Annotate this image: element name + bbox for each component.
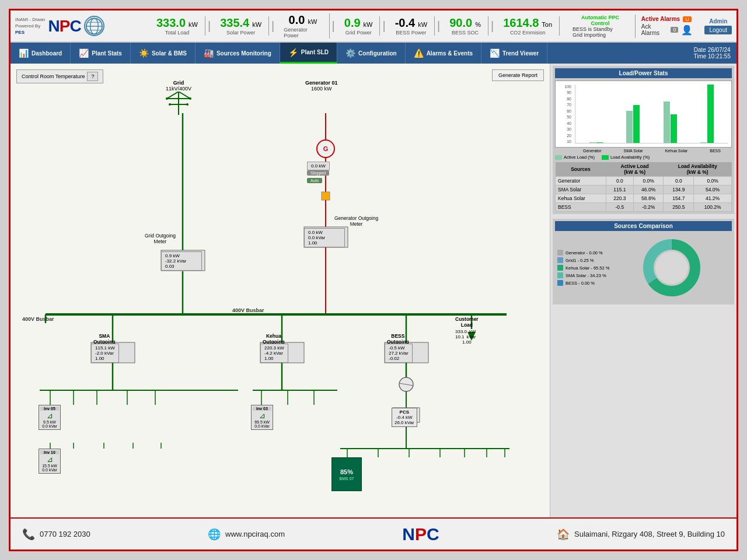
company-label: INAMI - Diwan — [15, 16, 46, 23]
nav-plant-stats-label: Plant Stats — [92, 50, 122, 57]
svg-point-62 — [169, 103, 171, 106]
logout-button[interactable]: Logout — [704, 26, 732, 34]
nav-solar-bms[interactable]: ☀️ Solar & BMS — [131, 43, 196, 64]
footer-address: 🏠 Sulaimani, Rizgary 408, Street 9, Buil… — [557, 528, 725, 541]
bess-power-unit: kW — [418, 21, 427, 28]
generator-power-label: Generator Power — [284, 27, 322, 38]
nav-dashboard[interactable]: 📊 Dashboard — [11, 43, 71, 64]
active-alarms-count[interactable]: U — [683, 16, 692, 22]
busbar-left-label: 400V Busbar — [22, 316, 54, 322]
ctrl-room-value[interactable]: ? — [87, 72, 98, 81]
generate-report-button[interactable]: Generate Report — [492, 69, 544, 81]
svg-line-59 — [179, 92, 190, 99]
legend-sma: SMA Solar - 34.23 % — [557, 272, 609, 278]
gen-mode-badge: Auto — [307, 178, 322, 183]
pcs-kw-value: -0.4 — [396, 415, 404, 420]
stats-table: Sources Active Load(kW & %) Load Availab… — [555, 162, 732, 212]
gen-meter-kw-value: 0.0 — [308, 230, 315, 235]
co2-value: 1614.8 — [503, 16, 539, 30]
grid-pf-value: 0.03 — [165, 264, 174, 269]
gen-meter-pf-value: 1.00 — [308, 240, 317, 246]
co2-unit: Ton — [542, 21, 552, 28]
x-label-kehua: Kehua Solar — [665, 149, 688, 153]
auto-ppc-label: Automatic PPC Control — [573, 15, 628, 26]
nav-configuration[interactable]: ⚙️ Configuration — [337, 43, 406, 64]
right-panel: Load/Power Stats 10090807060 5040302010 — [550, 64, 736, 517]
home-icon: 🏠 — [557, 528, 570, 541]
cust-kvar-value: 10.1 — [455, 334, 465, 340]
generator-label: Generator 01 1600 kW — [305, 80, 338, 92]
bar-kehua-solar — [664, 102, 677, 143]
admin-label: Admin — [709, 18, 727, 24]
bess-standby-label: BESS is Standby — [573, 26, 628, 32]
header-stats: 333.0 kW Total Load | 335.4 kW Solar Pow… — [149, 13, 732, 38]
nav-plant-sld-label: Plant SLD — [301, 49, 329, 55]
pie-area: Generator - 0.00 % Grid1 - 0.25 % Kehua … — [555, 233, 732, 302]
ack-alarms-count[interactable]: 0 — [671, 27, 678, 33]
chart-legend: Active Load (%) Load Availability (%) — [555, 155, 732, 160]
nav-sources-monitoring[interactable]: 🏭 Sources Monitoring — [196, 43, 280, 64]
generator-symbol: G — [316, 139, 335, 158]
co2-stat: 1614.8 Ton CO2 Emmision — [496, 16, 560, 36]
row-bess: BESS -0.5 -0.2% 250.5 100.2% — [556, 203, 732, 212]
nav-config-label: Configuration — [358, 50, 397, 57]
nav-trend-viewer[interactable]: 📉 Trend Viewer — [481, 43, 547, 64]
chart-bars — [575, 85, 728, 144]
alarms-icon: ⚠️ — [414, 48, 424, 58]
sma-outgoing-values: 115.1 kW -2.0 kVar 1.00 — [91, 344, 119, 363]
kehua-kvar-value: -4.2 — [264, 351, 273, 356]
kehua-avail-kw: 154.7 — [664, 194, 694, 203]
nav-alarms-events[interactable]: ⚠️ Alarms & Events — [406, 43, 481, 64]
pes-label: PES — [15, 29, 46, 36]
gen-avail-kw: 0.0 — [664, 177, 694, 186]
grid-power-stat: 0.9 kW Grid Power — [337, 16, 381, 36]
nav-plant-sld[interactable]: ⚡ Plant SLD — [280, 43, 337, 64]
pcs-box: PCS -0.4 kW 26.0 kVar — [392, 408, 417, 427]
sources-icon: 🏭 — [204, 48, 214, 58]
grid-power-unit: kW — [364, 21, 373, 28]
footer: 📞 0770 192 2030 🌐 www.npciraq.com NPC 🏠 … — [11, 517, 736, 550]
legend-bess: BESS - 0.00 % — [557, 280, 609, 286]
bar-bess — [700, 85, 714, 143]
pcs-label: PCS — [395, 410, 414, 415]
nav-plant-stats[interactable]: 📈 Plant Stats — [71, 43, 131, 64]
grid-importing-label: Grid Importing — [573, 32, 628, 38]
svg-point-60 — [166, 97, 168, 100]
comparison-title: Sources Comparison — [555, 221, 732, 231]
kehua-avail-pct: 41.2% — [694, 194, 732, 203]
grid-power-label: Grid Power — [345, 30, 372, 36]
ctrl-room-label: Control Room Temperature — [22, 74, 85, 79]
grid-label: Grid 11kV/400V — [161, 80, 196, 115]
sma-kvar-value: -2.0 — [95, 351, 103, 356]
solar-power-value: 335.4 — [220, 16, 249, 30]
bess-active-kw: -0.5 — [606, 203, 633, 212]
svg-line-58 — [167, 92, 179, 99]
footer-website: 🌐 www.npciraq.com — [208, 528, 285, 541]
sma-inv10: Inv 10 ⊿ 15.5 kW 0.0 kVar — [39, 449, 61, 474]
kehua-pf-value: 1.00 — [264, 356, 274, 361]
donut-chart — [614, 236, 729, 300]
gen-avail-pct: 0.0% — [694, 177, 732, 186]
grid-kw-value: 0.9 — [165, 253, 172, 258]
svg-point-61 — [189, 97, 191, 100]
total-load-unit: kW — [189, 21, 198, 28]
plant-stats-icon: 📈 — [79, 48, 89, 58]
chart-y-axis: 10090807060 5040302010 — [559, 85, 574, 144]
header: INAMI - Diwan Powered By PES NPC 333.0 — [11, 10, 736, 43]
bess-power-stat: -0.4 kW BESS Power — [388, 16, 435, 36]
bess-power-label: BESS Power — [396, 30, 426, 36]
sma-outgoing-label: SMA Outgoing — [93, 333, 116, 345]
sma-avail-pct: 54.0% — [694, 186, 732, 194]
bess-active-pct: -0.2% — [633, 203, 664, 212]
bess-outgoing-label: BESS Outgoing — [387, 333, 409, 345]
co2-label: CO2 Emmision — [510, 30, 546, 36]
col-load-avail: Load Availability(kW & %) — [664, 162, 732, 177]
grid-kvar-value: -32.2 — [165, 258, 176, 264]
solar-power-label: Solar Power — [226, 30, 255, 36]
footer-phone: 📞 0770 192 2030 — [22, 528, 90, 541]
bess-soc-label: BESS SOC — [452, 30, 479, 36]
alarms-section: Active Alarms U Ack Alarms 0 👤 — [636, 16, 699, 36]
powered-by-label: Powered By — [15, 23, 46, 29]
svg-point-67 — [655, 251, 688, 284]
total-load-stat: 333.0 kW Total Load — [149, 16, 205, 36]
